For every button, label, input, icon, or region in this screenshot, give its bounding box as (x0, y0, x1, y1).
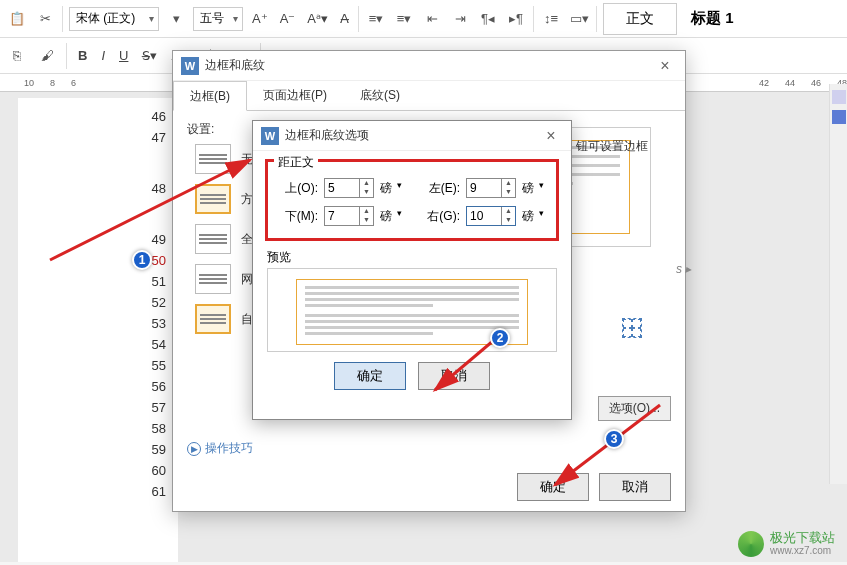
bold-button[interactable]: B (75, 48, 90, 63)
format-painter-icon[interactable]: 🖌 (36, 45, 58, 67)
rtl-icon[interactable]: ¶◂ (477, 8, 499, 30)
scissors-icon[interactable]: ✂ (34, 8, 56, 30)
tips-link[interactable]: 操作技巧 (187, 440, 253, 457)
ruler-tick: 8 (50, 78, 55, 88)
dialog-tabs: 边框(B) 页面边框(P) 底纹(S) (173, 81, 685, 111)
tab-shading[interactable]: 底纹(S) (344, 81, 417, 110)
paste-icon[interactable]: 📋 (6, 8, 28, 30)
bottom-margin-input[interactable] (325, 207, 359, 225)
spin-up-icon[interactable]: ▲ (502, 179, 515, 188)
watermark-logo-icon (738, 531, 764, 557)
change-case-button[interactable]: Aᵃ▾ (304, 11, 331, 26)
clear-format-button[interactable]: A̶ (337, 11, 352, 26)
line-number: 59 (128, 439, 166, 460)
spin-down-icon[interactable]: ▼ (502, 216, 515, 225)
unit-select[interactable]: 磅 (380, 208, 402, 225)
spin-down-icon[interactable]: ▼ (502, 188, 515, 197)
spin-up-icon[interactable]: ▲ (360, 179, 373, 188)
watermark-name: 极光下载站 (770, 531, 835, 544)
group-label: 距正文 (274, 154, 318, 171)
font-name-select[interactable]: 宋体 (正文) (69, 7, 159, 31)
close-icon[interactable]: × (653, 57, 677, 75)
unit-select[interactable]: 磅 (522, 208, 544, 225)
line-height-icon[interactable]: ↕≡ (540, 8, 562, 30)
chevron-down-icon[interactable]: ▾ (165, 8, 187, 30)
dialog-footer: 确定 取消 (253, 362, 571, 390)
spin-up-icon[interactable]: ▲ (502, 207, 515, 216)
line-number: 49 (128, 229, 166, 250)
annotation-marker-1: 1 (132, 250, 152, 270)
line-number: 46 (128, 106, 166, 127)
annotation-marker-3: 3 (604, 429, 624, 449)
tab-border[interactable]: 边框(B) (173, 81, 247, 111)
ruler-tick: 46 (811, 78, 821, 88)
line-number: 51 (128, 271, 166, 292)
margin-from-text-group: 距正文 上(O): ▲▼ 磅 左(E): ▲▼ 磅 下(M): ▲▼ 磅 右(G… (265, 159, 559, 241)
top-margin-spinner[interactable]: ▲▼ (324, 178, 374, 198)
line-number: 47 (128, 127, 166, 148)
cancel-button[interactable]: 取消 (418, 362, 490, 390)
strike-button[interactable]: S̶▾ (139, 48, 160, 63)
ok-button[interactable]: 确定 (517, 473, 589, 501)
left-margin-input[interactable] (467, 179, 501, 197)
dialog-title: 边框和底纹选项 (285, 127, 539, 144)
underline-button[interactable]: U (116, 48, 131, 63)
unit-select[interactable]: 磅 (380, 180, 402, 197)
app-icon: W (261, 127, 279, 145)
options-button[interactable]: 选项(O)... (598, 396, 671, 421)
dialog-title: 边框和底纹 (205, 57, 653, 74)
style-normal[interactable]: 正文 (603, 3, 677, 35)
shading-icon[interactable]: ▭▾ (568, 8, 590, 30)
right-margin-spinner[interactable]: ▲▼ (466, 206, 516, 226)
close-icon[interactable]: × (539, 127, 563, 145)
preview-label: 预览 (267, 249, 557, 266)
spin-up-icon[interactable]: ▲ (360, 207, 373, 216)
left-margin-spinner[interactable]: ▲▼ (466, 178, 516, 198)
right-margin-input[interactable] (467, 207, 501, 225)
hint-text: 钮可设置边框 (576, 138, 648, 155)
indent-left-icon[interactable]: ⇤ (421, 8, 443, 30)
line-number-gutter: 46 47 48 49 50 51 52 53 54 55 56 57 58 5… (18, 98, 178, 562)
watermark-url: www.xz7.com (770, 544, 835, 557)
indent-right-icon[interactable]: ⇥ (449, 8, 471, 30)
ok-button[interactable]: 确定 (334, 362, 406, 390)
bottom-margin-spinner[interactable]: ▲▼ (324, 206, 374, 226)
line-number: 58 (128, 418, 166, 439)
tab-page-border[interactable]: 页面边框(P) (247, 81, 344, 110)
spin-down-icon[interactable]: ▼ (360, 188, 373, 197)
right-sidebar (829, 84, 847, 484)
numbering-icon[interactable]: ≡▾ (393, 8, 415, 30)
spin-down-icon[interactable]: ▼ (360, 216, 373, 225)
sidebar-tool-icon[interactable] (832, 110, 846, 124)
watermark: 极光下载站 www.xz7.com (738, 531, 835, 557)
border-options-dialog: W 边框和底纹选项 × 距正文 上(O): ▲▼ 磅 左(E): ▲▼ 磅 下(… (252, 120, 572, 420)
ruler-tick: 10 (24, 78, 34, 88)
line-number: 53 (128, 313, 166, 334)
ruler-tick: 42 (759, 78, 769, 88)
dialog-titlebar: W 边框和底纹选项 × (253, 121, 571, 151)
line-number: 60 (128, 460, 166, 481)
line-number: 48 (128, 178, 166, 199)
bullets-icon[interactable]: ≡▾ (365, 8, 387, 30)
top-margin-input[interactable] (325, 179, 359, 197)
bottom-margin-label: 下(M): (278, 208, 318, 225)
decorative-text: s ▸ (676, 262, 691, 276)
ltr-icon[interactable]: ▸¶ (505, 8, 527, 30)
font-size-select[interactable]: 五号 (193, 7, 243, 31)
cancel-button[interactable]: 取消 (599, 473, 671, 501)
italic-button[interactable]: I (98, 48, 108, 63)
line-number: 55 (128, 355, 166, 376)
ruler-tick: 44 (785, 78, 795, 88)
line-number: 54 (128, 334, 166, 355)
left-margin-label: 左(E): (420, 180, 460, 197)
grid-icon[interactable] (622, 318, 642, 338)
top-margin-label: 上(O): (278, 180, 318, 197)
style-heading1[interactable]: 标题 1 (683, 3, 742, 34)
unit-select[interactable]: 磅 (522, 180, 544, 197)
dialog-titlebar: W 边框和底纹 × (173, 51, 685, 81)
sidebar-tool-icon[interactable] (832, 90, 846, 104)
right-margin-label: 右(G): (420, 208, 460, 225)
increase-font-button[interactable]: A⁺ (249, 11, 271, 26)
decrease-font-button[interactable]: A⁻ (277, 11, 299, 26)
copy-icon[interactable]: ⎘ (6, 45, 28, 67)
